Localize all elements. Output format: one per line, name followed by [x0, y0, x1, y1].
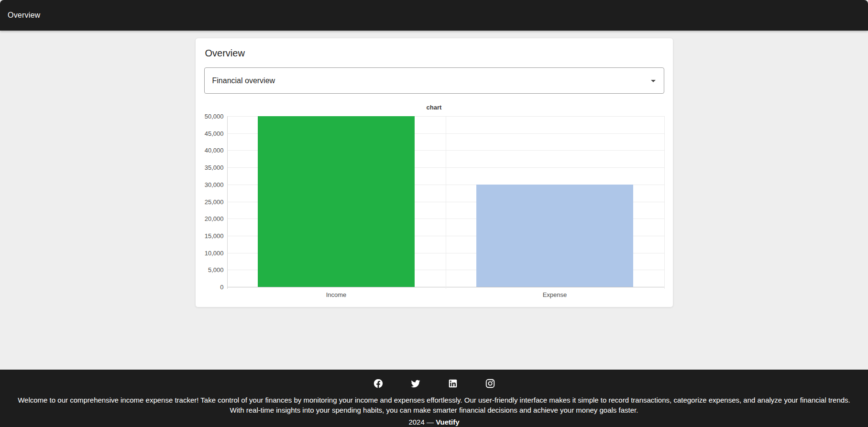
x-tick-label-income: Income: [227, 291, 446, 298]
twitter-button[interactable]: [407, 375, 424, 393]
instagram-button[interactable]: [482, 375, 499, 393]
linkedin-icon: [448, 378, 458, 390]
x-tick-label-expense: Expense: [446, 291, 664, 298]
footer: Welcome to our comprehensive income expe…: [0, 370, 868, 427]
overview-card: Overview Financial overview chart 05,000…: [195, 38, 673, 307]
report-type-select[interactable]: Financial overview: [204, 67, 664, 94]
social-links: [16, 375, 852, 393]
y-tick-label: 40,000: [205, 147, 224, 154]
instagram-icon: [485, 378, 495, 390]
bar-expense[interactable]: [476, 185, 633, 287]
y-tick-label: 50,000: [205, 113, 224, 120]
y-tick-label: 25,000: [205, 198, 224, 205]
y-tick-label: 5,000: [208, 266, 224, 274]
bar-income[interactable]: [258, 116, 414, 287]
chart-y-axis: 05,00010,00015,00020,00025,00030,00035,0…: [204, 116, 227, 287]
facebook-button[interactable]: [370, 375, 387, 393]
chart-body: 05,00010,00015,00020,00025,00030,00035,0…: [204, 116, 664, 287]
y-tick-label: 10,000: [205, 249, 224, 256]
footer-copyright-brand: Vuetify: [436, 418, 459, 426]
vertical-gridline: [664, 116, 665, 289]
chart-plot-area: [227, 116, 664, 287]
report-type-select-value: Financial overview: [212, 77, 275, 85]
chart-columns: [227, 116, 664, 287]
main-content: Overview Financial overview chart 05,000…: [0, 31, 868, 370]
y-tick-label: 45,000: [205, 130, 224, 137]
column-expense: [446, 116, 664, 287]
footer-copyright: 2024 — Vuetify: [16, 417, 852, 427]
app-bar: Overview: [0, 0, 868, 31]
chart-title: chart: [204, 104, 664, 111]
financial-chart: chart 05,00010,00015,00020,00025,00030,0…: [204, 104, 664, 298]
facebook-icon: [373, 378, 384, 390]
y-tick-label: 15,000: [205, 232, 224, 239]
twitter-icon: [410, 378, 421, 390]
y-tick-label: 0: [220, 284, 223, 291]
y-tick-label: 30,000: [205, 181, 224, 188]
y-tick-label: 35,000: [205, 164, 224, 171]
footer-copyright-year: 2024 —: [408, 418, 434, 426]
card-title: Overview: [205, 48, 664, 59]
footer-description: Welcome to our comprehensive income expe…: [16, 395, 852, 415]
chevron-down-icon: [648, 75, 659, 87]
page: Overview Overview Financial overview cha…: [0, 0, 868, 427]
linkedin-button[interactable]: [444, 375, 461, 393]
column-income: [227, 116, 446, 287]
app-bar-title: Overview: [8, 11, 40, 20]
y-tick-label: 20,000: [205, 215, 224, 222]
